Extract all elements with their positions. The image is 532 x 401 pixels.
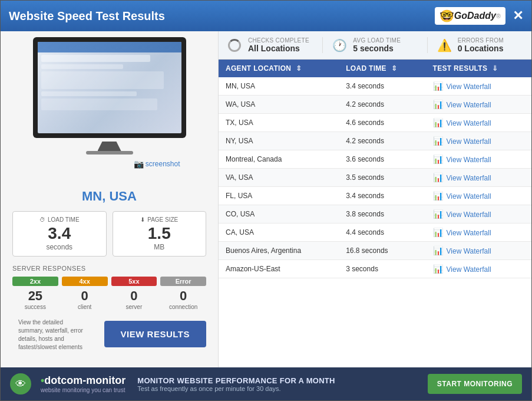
avg-load-label: AVG LOAD TIME: [353, 37, 401, 44]
sort-results-icon: ⇓: [492, 64, 498, 73]
warning-icon: ⚠️: [437, 38, 452, 52]
cell-loadtime: 3.6 seconds: [339, 150, 425, 169]
view-waterfall-link[interactable]: View Waterfall: [447, 83, 491, 91]
dotcom-logo: •dotcom-monitor website monitoring you c…: [41, 374, 125, 393]
page-size-value: 1.5: [119, 225, 200, 242]
start-monitoring-button[interactable]: START MONITORING: [428, 374, 522, 394]
type-4xx: client: [62, 304, 108, 310]
bar-chart-icon: 📊: [433, 81, 443, 91]
table-row: CO, USA3.8 seconds📊View Waterfall: [219, 205, 531, 223]
bar-chart-icon: 📊: [433, 191, 443, 200]
dotcom-tagline: website monitoring you can trust: [41, 387, 125, 393]
footer-bar: 👁 •dotcom-monitor website monitoring you…: [1, 367, 531, 400]
promo-subtitle: Test as frequently as once per minute fo…: [137, 385, 415, 392]
page-size-unit: MB: [119, 243, 200, 251]
cell-location: Montreal, Canada: [219, 150, 339, 169]
server-responses-label: SERVER RESPONSES: [6, 265, 86, 272]
table-row: NY, USA4.2 seconds📊View Waterfall: [219, 132, 531, 150]
view-waterfall-link[interactable]: View Waterfall: [447, 119, 491, 127]
cell-loadtime: 3.4 seconds: [339, 187, 425, 205]
cell-location: Amazon-US-East: [219, 260, 339, 278]
checks-complete-stat: CHECKS COMPLETE All Locations: [219, 37, 323, 53]
cell-testresult: 📊View Waterfall: [426, 150, 531, 169]
response-4xx: 4xx 0 client: [62, 277, 108, 310]
left-panel: 📷 screenshot MN, USA ⏱ LOAD TIME 3.4 sec…: [1, 31, 219, 367]
checks-label: CHECKS COMPLETE: [248, 37, 309, 44]
cell-location: VA, USA: [219, 169, 339, 187]
bar-chart-icon: 📊: [433, 173, 443, 182]
response-5xx: 5xx 0 server: [111, 277, 157, 310]
spinning-icon: [228, 39, 241, 52]
header-location[interactable]: AGENT LOCATION ⇕: [219, 60, 339, 77]
bar-chart-icon: 📊: [433, 228, 443, 237]
view-waterfall-link[interactable]: View Waterfall: [447, 101, 491, 109]
header-testresults[interactable]: TEST RESULTS ⇓: [426, 60, 531, 77]
type-2xx: success: [12, 304, 58, 310]
table-row: Amazon-US-East3 seconds📊View Waterfall: [219, 260, 531, 278]
header-loadtime[interactable]: LOAD TIME ⇕: [339, 60, 425, 77]
godaddy-logo: 🤓 GoDaddy ®: [435, 7, 505, 25]
cell-location: FL, USA: [219, 187, 339, 205]
bar-chart-icon: 📊: [433, 209, 443, 219]
cell-testresult: 📊View Waterfall: [426, 169, 531, 187]
cell-loadtime: 16.8 seconds: [339, 242, 425, 260]
load-time-box: ⏱ LOAD TIME 3.4 seconds: [12, 211, 107, 257]
cell-loadtime: 4.2 seconds: [339, 132, 425, 150]
monitor-logo-icon: 👁: [10, 373, 31, 395]
view-waterfall-link[interactable]: View Waterfall: [447, 265, 491, 274]
view-waterfall-link[interactable]: View Waterfall: [447, 192, 491, 200]
cell-testresult: 📊View Waterfall: [426, 132, 531, 150]
cell-testresult: 📊View Waterfall: [426, 223, 531, 242]
cell-location: CO, USA: [219, 205, 339, 223]
load-time-unit: seconds: [19, 243, 100, 251]
table-row: TX, USA4.6 seconds📊View Waterfall: [219, 114, 531, 132]
badge-2xx: 2xx: [12, 277, 58, 286]
bar-chart-icon: 📊: [433, 155, 443, 164]
bar-chart-icon: 📊: [433, 246, 443, 255]
cell-location: Buenos Aires, Argentina: [219, 242, 339, 260]
bar-chart-icon: 📊: [433, 264, 443, 274]
count-2xx: 25: [12, 288, 58, 304]
cell-location: WA, USA: [219, 96, 339, 114]
view-waterfall-link[interactable]: View Waterfall: [447, 137, 491, 146]
type-error: connection: [160, 304, 206, 310]
badge-4xx: 4xx: [62, 277, 108, 286]
cell-loadtime: 3 seconds: [339, 260, 425, 278]
avg-load-stat: 🕐 AVG LOAD TIME 5 seconds: [323, 37, 427, 53]
table-row: Montreal, Canada3.6 seconds📊View Waterfa…: [219, 150, 531, 169]
cell-loadtime: 3.8 seconds: [339, 205, 425, 223]
view-waterfall-link[interactable]: View Waterfall: [447, 247, 491, 255]
cell-location: CA, USA: [219, 223, 339, 242]
page-size-label: ⬇ PAGE SIZE: [119, 216, 200, 223]
cell-loadtime: 4.2 seconds: [339, 96, 425, 114]
bar-chart-icon: 📊: [433, 136, 443, 146]
cell-testresult: 📊View Waterfall: [426, 242, 531, 260]
download-mini-icon: ⬇: [140, 216, 145, 223]
camera-icon: 📷: [134, 159, 144, 169]
errors-value: 0 Locations: [458, 44, 504, 53]
view-waterfall-link[interactable]: View Waterfall: [447, 156, 491, 164]
badge-5xx: 5xx: [111, 277, 157, 286]
table-row: CA, USA4.4 seconds📊View Waterfall: [219, 223, 531, 242]
screenshot-link[interactable]: 📷 screenshot: [134, 159, 180, 169]
count-5xx: 0: [111, 288, 157, 304]
close-button[interactable]: ✕: [513, 9, 523, 22]
cell-testresult: 📊View Waterfall: [426, 187, 531, 205]
window-title: Website Speed Test Results: [9, 9, 165, 23]
checks-value: All Locations: [248, 44, 309, 53]
view-waterfall-link[interactable]: View Waterfall: [447, 174, 491, 182]
view-waterfall-link[interactable]: View Waterfall: [447, 211, 491, 219]
view-waterfall-link[interactable]: View Waterfall: [447, 229, 491, 237]
right-panel: CHECKS COMPLETE All Locations 🕐 AVG LOAD…: [219, 31, 531, 367]
monitor-display: [33, 37, 186, 138]
load-time-label: ⏱ LOAD TIME: [19, 216, 100, 223]
footer-logo-area: 👁 •dotcom-monitor website monitoring you…: [10, 373, 125, 395]
cell-loadtime: 4.6 seconds: [339, 114, 425, 132]
cell-testresult: 📊View Waterfall: [426, 77, 531, 96]
table-row: WA, USA4.2 seconds📊View Waterfall: [219, 96, 531, 114]
selected-location: MN, USA: [82, 189, 137, 204]
view-results-button[interactable]: VIEW RESULTS: [104, 321, 206, 347]
cell-location: TX, USA: [219, 114, 339, 132]
count-4xx: 0: [62, 288, 108, 304]
cell-location: MN, USA: [219, 77, 339, 96]
